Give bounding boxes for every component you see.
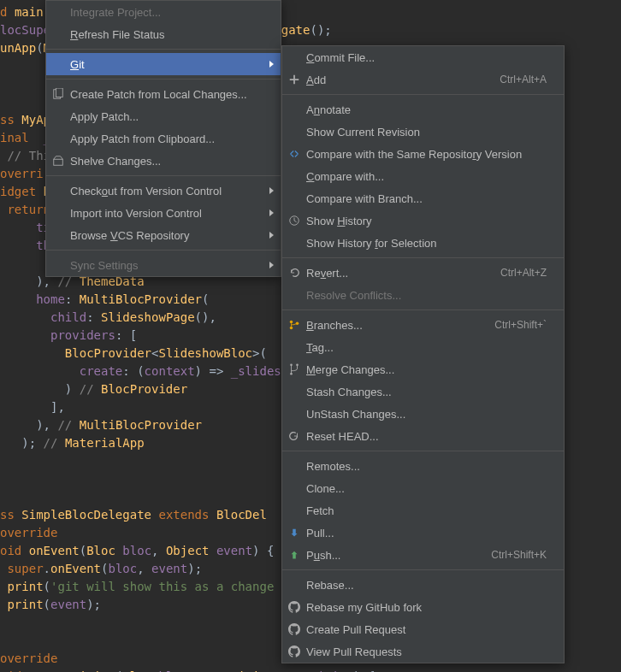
menu-item-label: Show History for Selection: [306, 237, 547, 250]
git-menu-item-compare-with[interactable]: Compare with...: [282, 165, 564, 187]
vcs-menu-item-create-patch-from-local-changes[interactable]: Create Patch from Local Changes...: [46, 83, 281, 105]
branch-icon: [287, 318, 301, 332]
menu-item-label: Compare with...: [306, 170, 547, 183]
menu-item-label: UnStash Changes...: [306, 408, 547, 421]
menu-item-label: Shelve Changes...: [70, 155, 263, 168]
git-menu-item-show-history[interactable]: Show History: [282, 209, 564, 232]
vcs-menu-item-integrate-project: Integrate Project...: [46, 1, 281, 23]
git-menu-item-create-pull-request[interactable]: Create Pull Request: [282, 618, 564, 640]
vcs-menu-item-browse-vcs-repository[interactable]: Browse VCS Repository: [46, 224, 281, 246]
submenu-arrow-icon: [269, 209, 274, 216]
pull-icon: [287, 526, 301, 539]
svg-point-5: [290, 327, 293, 330]
svg-rect-2: [54, 159, 63, 165]
vcs-context-menu[interactable]: Integrate Project...Refresh File StatusG…: [45, 0, 281, 277]
menu-item-label: Sync Settings: [70, 259, 263, 272]
vcs-menu-item-import-into-version-control[interactable]: Import into Version Control: [46, 202, 281, 224]
submenu-arrow-icon: [269, 262, 274, 268]
git-menu-item-fetch[interactable]: Fetch: [282, 499, 564, 522]
github-icon: [287, 600, 301, 614]
menu-item-label: Fetch: [306, 504, 547, 517]
menu-item-label: Annotate: [306, 103, 547, 116]
git-menu-item-clone[interactable]: Clone...: [282, 477, 564, 499]
vcs-menu-item-sync-settings: Sync Settings: [46, 254, 281, 276]
menu-separator: [282, 94, 564, 95]
menu-item-shortcut: Ctrl+Shift+K: [491, 549, 547, 561]
menu-item-label: Push...: [306, 549, 491, 562]
menu-item-label: Rebase my GitHub fork: [306, 601, 547, 614]
git-menu-item-add[interactable]: AddCtrl+Alt+A: [282, 68, 564, 91]
menu-item-label: Checkout from Version Control: [70, 185, 263, 197]
add-icon: [287, 73, 301, 86]
svg-point-4: [290, 321, 293, 324]
git-menu-item-rebase-my-github-fork[interactable]: Rebase my GitHub fork: [282, 596, 564, 618]
merge-icon: [287, 363, 301, 376]
git-menu-item-revert[interactable]: Revert...Ctrl+Alt+Z: [282, 262, 564, 284]
menu-separator: [282, 569, 564, 570]
menu-separator: [46, 175, 281, 176]
svg-point-7: [290, 363, 293, 366]
menu-item-label: Compare with Branch...: [306, 192, 547, 205]
git-menu-item-compare-with-branch[interactable]: Compare with Branch...: [282, 187, 564, 209]
menu-item-label: Branches...: [306, 319, 494, 332]
vcs-menu-item-shelve-changes[interactable]: Shelve Changes...: [46, 150, 281, 172]
vcs-menu-item-git[interactable]: Git: [46, 53, 281, 75]
git-menu-item-rebase[interactable]: Rebase...: [282, 574, 564, 596]
menu-item-label: Show Current Revision: [306, 126, 547, 139]
git-menu-item-push[interactable]: Push...Ctrl+Shift+K: [282, 544, 564, 566]
git-menu-item-branches[interactable]: Branches...Ctrl+Shift+`: [282, 314, 564, 336]
history-icon: [287, 214, 301, 227]
submenu-arrow-icon: [269, 232, 274, 239]
git-menu-item-stash-changes[interactable]: Stash Changes...: [282, 380, 564, 403]
push-icon: [287, 548, 301, 562]
git-menu-item-view-pull-requests[interactable]: View Pull Requests: [282, 640, 564, 663]
menu-item-label: Tag...: [306, 341, 547, 354]
git-menu-item-reset-head[interactable]: Reset HEAD...: [282, 425, 564, 447]
git-menu-item-remotes[interactable]: Remotes...: [282, 455, 564, 477]
menu-item-label: Resolve Conflicts...: [306, 289, 547, 302]
menu-item-label: Git: [70, 58, 263, 71]
menu-item-label: Apply Patch from Clipboard...: [70, 133, 263, 145]
git-menu-item-merge-changes[interactable]: Merge Changes...: [282, 358, 564, 380]
git-menu-item-compare-with-the-same-repository-version[interactable]: Compare with the Same Repository Version: [282, 143, 564, 165]
menu-item-label: Reset HEAD...: [306, 430, 547, 443]
menu-item-label: Remotes...: [306, 460, 547, 473]
menu-item-label: Apply Patch...: [70, 110, 263, 123]
menu-separator: [46, 49, 281, 50]
vcs-menu-item-apply-patch[interactable]: Apply Patch...: [46, 105, 281, 127]
reset-icon: [287, 429, 301, 443]
git-menu-item-resolve-conflicts: Resolve Conflicts...: [282, 284, 564, 306]
git-menu-item-commit-file[interactable]: Commit File...: [282, 46, 564, 68]
vcs-menu-item-checkout-from-version-control[interactable]: Checkout from Version Control: [46, 180, 281, 202]
git-menu-item-show-history-for-selection[interactable]: Show History for Selection: [282, 232, 564, 254]
git-submenu[interactable]: Commit File...AddCtrl+Alt+AAnnotateShow …: [281, 45, 565, 663]
menu-item-label: Create Patch from Local Changes...: [70, 88, 263, 101]
menu-item-label: Import into Version Control: [70, 207, 263, 220]
git-menu-item-annotate[interactable]: Annotate: [282, 98, 564, 121]
vcs-menu-item-apply-patch-from-clipboard[interactable]: Apply Patch from Clipboard...: [46, 127, 281, 150]
menu-item-label: Pull...: [306, 527, 547, 539]
git-menu-item-show-current-revision[interactable]: Show Current Revision: [282, 121, 564, 143]
menu-separator: [282, 451, 564, 451]
menu-item-shortcut: Ctrl+Alt+Z: [500, 267, 547, 279]
svg-rect-1: [56, 88, 62, 97]
shelve-icon: [51, 154, 65, 168]
menu-separator: [282, 257, 564, 258]
git-menu-item-tag[interactable]: Tag...: [282, 336, 564, 358]
diff-icon: [287, 147, 301, 161]
svg-point-9: [290, 373, 293, 375]
menu-item-shortcut: Ctrl+Alt+A: [500, 74, 547, 85]
menu-item-label: Stash Changes...: [306, 386, 547, 398]
menu-item-label: Merge Changes...: [306, 363, 547, 376]
menu-item-label: Revert...: [306, 267, 500, 280]
git-menu-item-pull[interactable]: Pull...: [282, 522, 564, 544]
github-icon: [287, 645, 301, 658]
git-menu-item-unstash-changes[interactable]: UnStash Changes...: [282, 403, 564, 425]
patch-icon: [51, 87, 65, 101]
vcs-menu-item-refresh-file-status[interactable]: Refresh File Status: [46, 23, 281, 45]
menu-item-label: View Pull Requests: [306, 645, 547, 658]
menu-item-shortcut: Ctrl+Shift+`: [494, 319, 547, 331]
menu-separator: [282, 309, 564, 310]
revert-icon: [287, 266, 301, 280]
menu-item-label: Add: [306, 74, 500, 86]
